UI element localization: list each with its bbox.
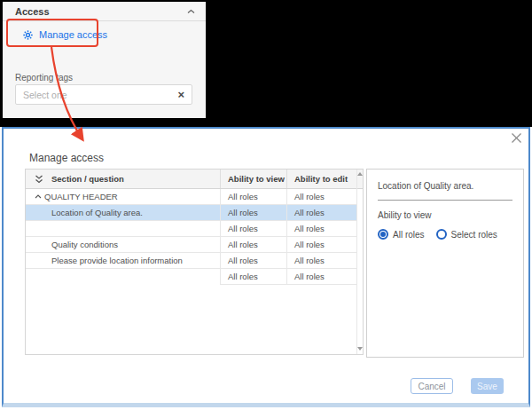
- edit-cell[interactable]: All roles: [286, 205, 356, 221]
- scroll-up-icon[interactable]: [357, 172, 363, 176]
- edit-cell[interactable]: All roles: [286, 237, 356, 253]
- close-icon[interactable]: [511, 132, 522, 144]
- radio-label: Select roles: [451, 230, 497, 240]
- manage-access-label: Manage access: [39, 29, 107, 40]
- access-panel: Access Manage access Reporting tags: [3, 2, 206, 118]
- access-panel-title: Access: [15, 6, 50, 17]
- edit-cell[interactable]: All roles: [286, 221, 356, 237]
- screen: Access Manage access Reporting tags: [0, 0, 532, 410]
- section-label: QUALITY HEADER: [44, 192, 118, 201]
- table-row-selected[interactable]: Location of Quality area. All roles All …: [26, 205, 356, 221]
- edit-cell[interactable]: All roles: [286, 269, 356, 285]
- gear-icon: [23, 30, 33, 40]
- view-cell[interactable]: All roles: [220, 205, 286, 221]
- radio-selected-icon[interactable]: [378, 229, 388, 240]
- ability-to-view-header: Ability to view: [220, 170, 286, 188]
- radio-all-roles[interactable]: All roles: [378, 229, 425, 240]
- section-cell: Please provide location information: [26, 253, 220, 269]
- section-cell: Quality conditions: [26, 237, 220, 253]
- table-row[interactable]: All roles All roles: [26, 221, 356, 237]
- manage-access-button[interactable]: Manage access: [23, 29, 107, 40]
- ability-radio-group: All roles Select roles: [378, 229, 512, 240]
- scroll-down-icon[interactable]: [357, 347, 363, 351]
- select-placeholder: Select one: [23, 90, 67, 100]
- divider: [378, 200, 512, 201]
- section-cell: Location of Quality area.: [26, 205, 220, 221]
- section-cell: [26, 221, 220, 237]
- detail-question-label: Location of Quality area.: [378, 181, 512, 191]
- detail-panel: Location of Quality area. Ability to vie…: [366, 169, 524, 358]
- chevron-up-icon[interactable]: [187, 9, 195, 14]
- dialog-title: Manage access: [29, 152, 104, 164]
- table-header-row: Section / question Ability to view Abili…: [26, 170, 363, 189]
- collapse-all-icon[interactable]: [35, 175, 43, 184]
- table-scrollbar[interactable]: [356, 170, 363, 354]
- reporting-tags-label: Reporting tags: [15, 73, 73, 83]
- table-row-quality-header[interactable]: QUALITY HEADER All roles All roles: [26, 189, 356, 205]
- table-row[interactable]: Please provide location information All …: [26, 253, 356, 269]
- clear-icon[interactable]: ×: [177, 89, 184, 100]
- column-label: Ability to view: [228, 174, 285, 184]
- view-cell[interactable]: All roles: [220, 269, 286, 285]
- edit-cell[interactable]: All roles: [286, 253, 356, 269]
- view-cell[interactable]: All roles: [220, 253, 286, 269]
- radio-label: All roles: [393, 230, 425, 240]
- view-cell[interactable]: All roles: [220, 189, 286, 205]
- view-cell[interactable]: All roles: [220, 221, 286, 237]
- section-cell: [26, 269, 220, 285]
- radio-unselected-icon[interactable]: [436, 229, 447, 240]
- section-cell: QUALITY HEADER: [26, 189, 220, 205]
- dialog-footer: Cancel Save: [411, 378, 504, 394]
- radio-select-roles[interactable]: Select roles: [436, 229, 497, 240]
- ability-to-view-label: Ability to view: [378, 210, 512, 220]
- cancel-button[interactable]: Cancel: [411, 378, 453, 394]
- save-button[interactable]: Save: [471, 378, 504, 394]
- access-table: Section / question Ability to view Abili…: [25, 169, 364, 355]
- table-row[interactable]: All roles All roles: [26, 269, 356, 285]
- edit-cell[interactable]: All roles: [286, 189, 356, 205]
- section-question-header: Section / question: [26, 170, 220, 188]
- column-label: Section / question: [51, 174, 124, 184]
- manage-access-dialog: Manage access Section / question Ability…: [2, 127, 530, 407]
- table-row[interactable]: Quality conditions All roles All roles: [26, 237, 356, 253]
- ability-to-edit-header: Ability to edit: [286, 170, 356, 188]
- access-panel-header: Access: [3, 2, 206, 21]
- reporting-tags-select[interactable]: Select one ×: [15, 84, 192, 105]
- chevron-up-icon[interactable]: [35, 194, 42, 199]
- view-cell[interactable]: All roles: [220, 237, 286, 253]
- column-label: Ability to edit: [294, 174, 348, 184]
